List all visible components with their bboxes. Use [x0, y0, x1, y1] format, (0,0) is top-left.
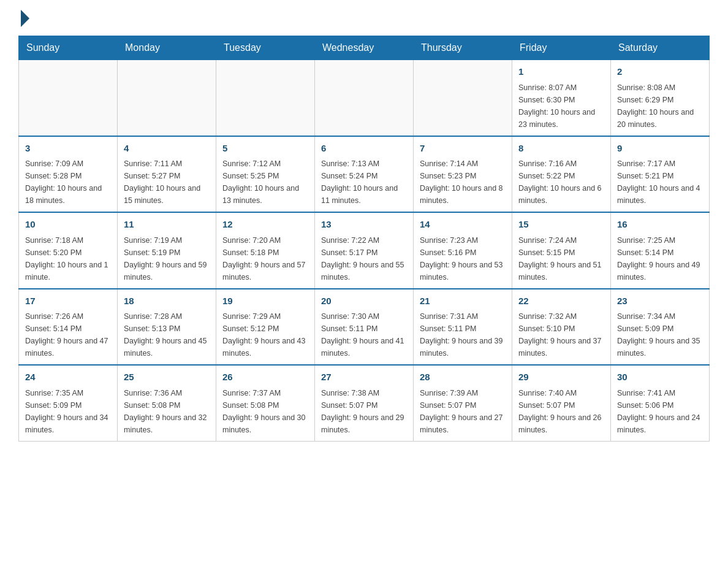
- day-info: Sunrise: 7:22 AMSunset: 5:17 PMDaylight:…: [321, 234, 407, 283]
- day-number: 5: [222, 142, 308, 156]
- day-number: 7: [420, 142, 506, 156]
- day-number: 30: [617, 370, 703, 385]
- calendar-week-row: 10Sunrise: 7:18 AMSunset: 5:20 PMDayligh…: [19, 212, 710, 289]
- calendar-cell: [118, 60, 216, 136]
- calendar-cell: 10Sunrise: 7:18 AMSunset: 5:20 PMDayligh…: [19, 212, 118, 289]
- day-info: Sunrise: 7:40 AMSunset: 5:07 PMDaylight:…: [518, 387, 604, 436]
- calendar-cell: 11Sunrise: 7:19 AMSunset: 5:19 PMDayligh…: [118, 212, 216, 289]
- day-number: 6: [321, 142, 407, 156]
- calendar-cell: 15Sunrise: 7:24 AMSunset: 5:15 PMDayligh…: [512, 212, 611, 289]
- day-info: Sunrise: 7:41 AMSunset: 5:06 PMDaylight:…: [617, 387, 703, 436]
- calendar-cell: 21Sunrise: 7:31 AMSunset: 5:11 PMDayligh…: [414, 289, 512, 366]
- page-header: [18, 12, 710, 23]
- day-info: Sunrise: 7:25 AMSunset: 5:14 PMDaylight:…: [617, 234, 703, 283]
- day-number: 13: [321, 218, 407, 232]
- day-number: 16: [617, 218, 703, 232]
- calendar-cell: 25Sunrise: 7:36 AMSunset: 5:08 PMDayligh…: [118, 365, 216, 441]
- logo: [18, 12, 29, 23]
- weekday-header-wednesday: Wednesday: [315, 36, 414, 60]
- calendar-cell: 26Sunrise: 7:37 AMSunset: 5:08 PMDayligh…: [216, 365, 315, 441]
- day-number: 3: [25, 142, 111, 156]
- weekday-header-monday: Monday: [118, 36, 216, 60]
- calendar-cell: 8Sunrise: 7:16 AMSunset: 5:22 PMDaylight…: [512, 136, 611, 213]
- calendar-cell: 14Sunrise: 7:23 AMSunset: 5:16 PMDayligh…: [414, 212, 512, 289]
- calendar-cell: 27Sunrise: 7:38 AMSunset: 5:07 PMDayligh…: [315, 365, 414, 441]
- day-info: Sunrise: 7:30 AMSunset: 5:11 PMDaylight:…: [321, 310, 407, 359]
- calendar-cell: 20Sunrise: 7:30 AMSunset: 5:11 PMDayligh…: [315, 289, 414, 366]
- calendar-cell: 28Sunrise: 7:39 AMSunset: 5:07 PMDayligh…: [414, 365, 512, 441]
- day-number: 11: [124, 218, 210, 232]
- day-number: 14: [420, 218, 506, 232]
- day-info: Sunrise: 7:38 AMSunset: 5:07 PMDaylight:…: [321, 387, 407, 436]
- day-info: Sunrise: 7:14 AMSunset: 5:23 PMDaylight:…: [420, 158, 506, 207]
- day-info: Sunrise: 7:23 AMSunset: 5:16 PMDaylight:…: [420, 234, 506, 283]
- day-info: Sunrise: 7:26 AMSunset: 5:14 PMDaylight:…: [25, 310, 111, 359]
- day-info: Sunrise: 7:19 AMSunset: 5:19 PMDaylight:…: [124, 234, 210, 283]
- day-info: Sunrise: 7:32 AMSunset: 5:10 PMDaylight:…: [518, 310, 604, 359]
- calendar-header-row: SundayMondayTuesdayWednesdayThursdayFrid…: [19, 36, 710, 60]
- calendar-cell: 12Sunrise: 7:20 AMSunset: 5:18 PMDayligh…: [216, 212, 315, 289]
- day-number: 10: [25, 218, 111, 232]
- day-info: Sunrise: 7:36 AMSunset: 5:08 PMDaylight:…: [124, 387, 210, 436]
- calendar-cell: 9Sunrise: 7:17 AMSunset: 5:21 PMDaylight…: [611, 136, 710, 213]
- day-number: 12: [222, 218, 308, 232]
- day-number: 20: [321, 294, 407, 308]
- weekday-header-thursday: Thursday: [414, 36, 512, 60]
- day-info: Sunrise: 7:20 AMSunset: 5:18 PMDaylight:…: [222, 234, 308, 283]
- calendar-week-row: 24Sunrise: 7:35 AMSunset: 5:09 PMDayligh…: [19, 365, 710, 441]
- day-number: 2: [617, 65, 703, 79]
- weekday-header-saturday: Saturday: [611, 36, 710, 60]
- calendar-cell: 13Sunrise: 7:22 AMSunset: 5:17 PMDayligh…: [315, 212, 414, 289]
- day-info: Sunrise: 7:34 AMSunset: 5:09 PMDaylight:…: [617, 310, 703, 359]
- day-info: Sunrise: 7:28 AMSunset: 5:13 PMDaylight:…: [124, 310, 210, 359]
- calendar-cell: 18Sunrise: 7:28 AMSunset: 5:13 PMDayligh…: [118, 289, 216, 366]
- calendar-table: SundayMondayTuesdayWednesdayThursdayFrid…: [18, 36, 710, 442]
- day-info: Sunrise: 7:18 AMSunset: 5:20 PMDaylight:…: [25, 234, 111, 283]
- day-number: 26: [222, 370, 308, 385]
- calendar-cell: 2Sunrise: 8:08 AMSunset: 6:29 PMDaylight…: [611, 60, 710, 136]
- day-info: Sunrise: 7:24 AMSunset: 5:15 PMDaylight:…: [518, 234, 604, 283]
- day-number: 18: [124, 294, 210, 308]
- day-info: Sunrise: 7:17 AMSunset: 5:21 PMDaylight:…: [617, 158, 703, 207]
- day-number: 17: [25, 294, 111, 308]
- calendar-cell: [19, 60, 118, 136]
- logo-top: [18, 12, 29, 27]
- day-info: Sunrise: 8:07 AMSunset: 6:30 PMDaylight:…: [518, 82, 604, 131]
- calendar-cell: 3Sunrise: 7:09 AMSunset: 5:28 PMDaylight…: [19, 136, 118, 213]
- calendar-cell: 29Sunrise: 7:40 AMSunset: 5:07 PMDayligh…: [512, 365, 611, 441]
- day-number: 8: [518, 142, 604, 156]
- day-number: 21: [420, 294, 506, 308]
- day-number: 25: [124, 370, 210, 385]
- calendar-cell: 19Sunrise: 7:29 AMSunset: 5:12 PMDayligh…: [216, 289, 315, 366]
- day-info: Sunrise: 7:09 AMSunset: 5:28 PMDaylight:…: [25, 158, 111, 207]
- day-info: Sunrise: 7:13 AMSunset: 5:24 PMDaylight:…: [321, 158, 407, 207]
- logo-arrow-icon: [21, 10, 29, 27]
- day-number: 15: [518, 218, 604, 232]
- calendar-week-row: 3Sunrise: 7:09 AMSunset: 5:28 PMDaylight…: [19, 136, 710, 213]
- day-info: Sunrise: 7:31 AMSunset: 5:11 PMDaylight:…: [420, 310, 506, 359]
- calendar-cell: 22Sunrise: 7:32 AMSunset: 5:10 PMDayligh…: [512, 289, 611, 366]
- day-number: 22: [518, 294, 604, 308]
- day-number: 24: [25, 370, 111, 385]
- day-info: Sunrise: 7:16 AMSunset: 5:22 PMDaylight:…: [518, 158, 604, 207]
- calendar-cell: 6Sunrise: 7:13 AMSunset: 5:24 PMDaylight…: [315, 136, 414, 213]
- day-number: 19: [222, 294, 308, 308]
- calendar-cell: 1Sunrise: 8:07 AMSunset: 6:30 PMDaylight…: [512, 60, 611, 136]
- day-info: Sunrise: 7:29 AMSunset: 5:12 PMDaylight:…: [222, 310, 308, 359]
- calendar-cell: [315, 60, 414, 136]
- weekday-header-tuesday: Tuesday: [216, 36, 315, 60]
- calendar-week-row: 1Sunrise: 8:07 AMSunset: 6:30 PMDaylight…: [19, 60, 710, 136]
- calendar-week-row: 17Sunrise: 7:26 AMSunset: 5:14 PMDayligh…: [19, 289, 710, 366]
- calendar-cell: 16Sunrise: 7:25 AMSunset: 5:14 PMDayligh…: [611, 212, 710, 289]
- weekday-header-sunday: Sunday: [19, 36, 118, 60]
- day-number: 9: [617, 142, 703, 156]
- day-number: 1: [518, 65, 604, 79]
- day-info: Sunrise: 7:39 AMSunset: 5:07 PMDaylight:…: [420, 387, 506, 436]
- day-number: 28: [420, 370, 506, 385]
- calendar-cell: 4Sunrise: 7:11 AMSunset: 5:27 PMDaylight…: [118, 136, 216, 213]
- day-number: 27: [321, 370, 407, 385]
- day-info: Sunrise: 7:37 AMSunset: 5:08 PMDaylight:…: [222, 387, 308, 436]
- day-info: Sunrise: 7:11 AMSunset: 5:27 PMDaylight:…: [124, 158, 210, 207]
- calendar-cell: 23Sunrise: 7:34 AMSunset: 5:09 PMDayligh…: [611, 289, 710, 366]
- calendar-cell: 17Sunrise: 7:26 AMSunset: 5:14 PMDayligh…: [19, 289, 118, 366]
